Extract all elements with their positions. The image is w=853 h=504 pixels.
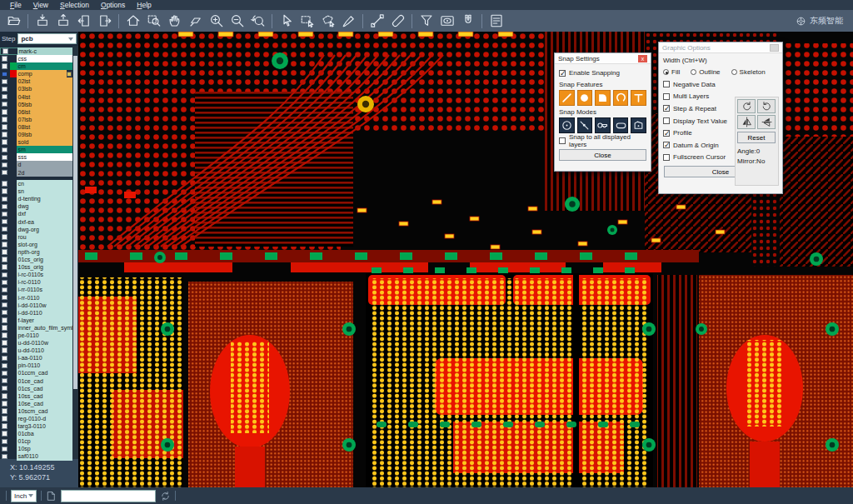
snap-all-layers-checkbox[interactable] bbox=[559, 137, 566, 144]
layer-scrollbar[interactable] bbox=[72, 46, 78, 459]
layer-row[interactable]: 07lsb bbox=[0, 116, 72, 123]
layer-row[interactable]: dwg bbox=[0, 202, 72, 210]
snap-button[interactable] bbox=[457, 12, 478, 30]
menu-view[interactable]: View bbox=[27, 1, 54, 9]
rotate-ccw-button[interactable] bbox=[757, 99, 776, 113]
layer-row[interactable]: dxf-ea bbox=[0, 218, 72, 226]
layer-visibility-checkbox[interactable] bbox=[2, 242, 7, 247]
menu-options[interactable]: Options bbox=[95, 1, 131, 9]
zoom-previous-button[interactable] bbox=[247, 12, 268, 30]
layer-visibility-checkbox[interactable] bbox=[2, 340, 7, 346]
reset-button[interactable]: Reset bbox=[737, 132, 776, 143]
graphic-dialog-titlebar[interactable]: Graphic Options bbox=[659, 42, 782, 53]
layer-visibility-checkbox[interactable] bbox=[2, 416, 7, 422]
layer-visibility-checkbox[interactable] bbox=[2, 302, 7, 308]
layer-visibility-checkbox[interactable] bbox=[2, 310, 7, 316]
filter-button[interactable] bbox=[416, 12, 436, 30]
close-icon[interactable] bbox=[770, 44, 779, 52]
layer-row[interactable]: saf0110 bbox=[0, 452, 72, 460]
layer-row[interactable]: 04lst bbox=[0, 93, 72, 101]
layer-row[interactable]: i-rc-0110s bbox=[0, 271, 72, 278]
graphic-option-negative-data[interactable]: Negative Data bbox=[663, 78, 736, 91]
layer-visibility-checkbox[interactable] bbox=[2, 204, 7, 210]
layer-visibility-checkbox[interactable] bbox=[2, 48, 8, 54]
layer-visibility-checkbox[interactable] bbox=[2, 347, 7, 353]
layer-row[interactable]: 01cp bbox=[0, 437, 72, 445]
layer-visibility-checkbox[interactable] bbox=[2, 393, 7, 399]
layer-visibility-checkbox[interactable] bbox=[2, 454, 7, 460]
radio-skeleton[interactable]: Skeleton bbox=[731, 68, 766, 76]
enable-snapping-checkbox[interactable] bbox=[559, 70, 566, 77]
layer-visibility-checkbox[interactable] bbox=[2, 431, 7, 437]
layer-row[interactable]: i-dd-0110 bbox=[0, 309, 72, 317]
rotate-cw-button[interactable] bbox=[737, 99, 756, 113]
zoom-window-button[interactable] bbox=[143, 12, 164, 30]
snap-all-layers-option[interactable]: Snap to all displayed layers bbox=[559, 135, 646, 146]
checkbox[interactable] bbox=[663, 130, 670, 137]
command-input[interactable] bbox=[61, 490, 156, 502]
layer-row[interactable]: 10scm_cad bbox=[0, 407, 72, 415]
layer-visibility-checkbox[interactable] bbox=[2, 219, 7, 225]
select-polygon-button[interactable] bbox=[317, 12, 338, 30]
layer-visibility-checkbox[interactable] bbox=[2, 249, 7, 255]
layer-visibility-checkbox[interactable] bbox=[2, 87, 7, 92]
layer-row[interactable]: i-rc-0110 bbox=[0, 278, 72, 286]
layer-row[interactable]: 09lsb bbox=[0, 131, 72, 138]
layer-visibility-checkbox[interactable] bbox=[2, 139, 7, 145]
layer-visibility-checkbox[interactable] bbox=[2, 257, 7, 262]
layer-row[interactable]: dwg-org bbox=[0, 226, 72, 233]
layer-scrollbar-thumb[interactable] bbox=[73, 56, 77, 389]
layer-row[interactable]: cm bbox=[0, 62, 72, 70]
layer-visibility-checkbox[interactable] bbox=[2, 197, 7, 202]
layer-row[interactable]: dxf bbox=[0, 210, 72, 217]
snap-close-button[interactable]: Close bbox=[559, 149, 646, 161]
snap-mode-center-button[interactable] bbox=[559, 117, 575, 133]
layer-row[interactable]: 08lst bbox=[0, 123, 72, 131]
mirror-vertical-button[interactable] bbox=[757, 115, 776, 129]
layer-row[interactable]: 06lst bbox=[0, 108, 72, 116]
page-icon[interactable] bbox=[46, 491, 57, 502]
snap-feature-circle-button[interactable] bbox=[577, 90, 593, 106]
layer-visibility-checkbox[interactable] bbox=[2, 371, 7, 377]
measure-button[interactable] bbox=[367, 12, 387, 30]
layer-visibility-checkbox[interactable] bbox=[2, 132, 7, 137]
layer-visibility-checkbox[interactable] bbox=[2, 401, 7, 407]
layer-visibility-checkbox[interactable] bbox=[2, 439, 7, 445]
layer-visibility-checkbox[interactable] bbox=[2, 124, 7, 130]
layer-visibility-checkbox[interactable] bbox=[2, 227, 7, 232]
layer-visibility-checkbox[interactable] bbox=[2, 447, 7, 452]
layer-row[interactable]: sn bbox=[0, 187, 72, 195]
layer-row[interactable]: 2d bbox=[0, 169, 72, 177]
graphic-option-profile[interactable]: Profile bbox=[663, 127, 736, 139]
layer-visibility-checkbox[interactable] bbox=[2, 378, 7, 384]
zoom-out-button[interactable] bbox=[227, 12, 247, 30]
layer-row[interactable]: mark-c bbox=[0, 47, 78, 55]
layer-visibility-checkbox[interactable] bbox=[2, 234, 7, 240]
layer-visibility-checkbox[interactable] bbox=[2, 72, 7, 77]
layer-row[interactable]: targ3-0110 bbox=[0, 422, 72, 430]
layer-row[interactable]: 01cs_orig bbox=[0, 256, 72, 263]
layer-row[interactable]: 01ce_cad bbox=[0, 377, 72, 385]
menu-file[interactable]: File bbox=[4, 1, 27, 9]
layer-visibility-checkbox[interactable] bbox=[2, 109, 7, 115]
layer-visibility-checkbox[interactable] bbox=[2, 181, 7, 187]
layer-row[interactable]: 10ss_orig bbox=[0, 263, 72, 271]
view-eye-button[interactable] bbox=[436, 12, 457, 30]
layer-row[interactable]: 02lst bbox=[0, 77, 72, 85]
graphic-option-step-repeat[interactable]: Step & Repeat bbox=[663, 102, 736, 115]
layer-visibility-checkbox[interactable] bbox=[2, 317, 7, 323]
layer-row[interactable]: 01cs_cad bbox=[0, 385, 72, 392]
page-back-button[interactable] bbox=[73, 12, 94, 30]
layer-visibility-checkbox[interactable] bbox=[2, 102, 7, 107]
zoom-dynamic-button[interactable] bbox=[185, 12, 206, 30]
layer-row[interactable]: u-dd-0110w bbox=[0, 339, 72, 347]
graphic-option-multi-layers[interactable]: Multi Layers bbox=[663, 91, 736, 103]
export-button[interactable] bbox=[52, 12, 73, 30]
checkbox[interactable] bbox=[663, 154, 670, 161]
layer-row[interactable]: sold bbox=[0, 138, 72, 146]
layer-visibility-checkbox[interactable] bbox=[2, 63, 7, 69]
graphic-option-fullscreen-cursor[interactable]: Fullscreen Cursor bbox=[663, 152, 736, 164]
layer-row[interactable]: sm bbox=[0, 146, 72, 153]
radio-outline[interactable]: Outline bbox=[691, 68, 720, 76]
enable-snapping-option[interactable]: Enable Snapping bbox=[559, 67, 646, 78]
